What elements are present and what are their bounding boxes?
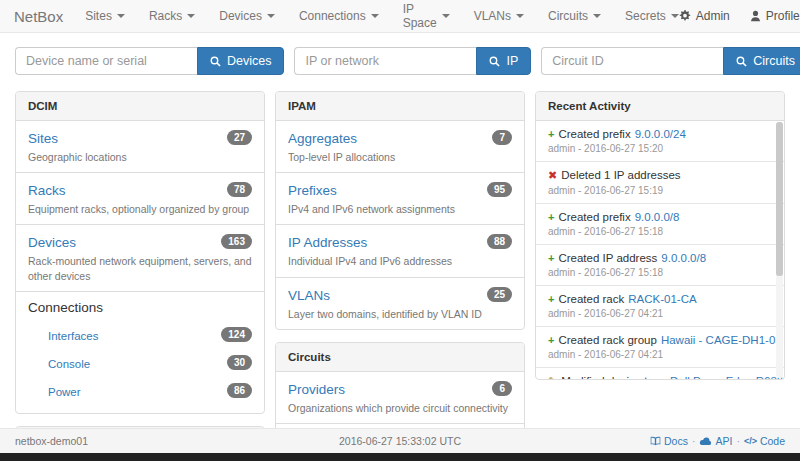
nav-item-secrets[interactable]: Secrets — [625, 9, 679, 23]
ip-search-group: IP — [294, 47, 531, 75]
item-description: Top-level IP allocations — [288, 150, 512, 164]
link-vlans[interactable]: VLANs — [288, 288, 330, 303]
link-devices[interactable]: Devices — [28, 235, 76, 250]
plus-icon: + — [548, 128, 554, 140]
top-navbar: NetBox Sites Racks Devices Connections I… — [0, 0, 800, 33]
navbar-brand[interactable]: NetBox — [14, 8, 63, 25]
code-icon: </> — [744, 436, 757, 446]
footer: netbox-demo01 2016-06-27 15:33:02 UTC Do… — [0, 428, 800, 453]
chevron-down-icon — [516, 14, 524, 18]
nav-item-devices[interactable]: Devices — [219, 9, 275, 23]
profile-link[interactable]: Profile — [750, 9, 800, 23]
search-icon — [210, 56, 221, 67]
nav-item-circuits[interactable]: Circuits — [548, 9, 601, 23]
plus-icon: + — [548, 334, 554, 346]
panel-title: DCIM — [16, 92, 264, 121]
activity-object-link[interactable]: Dell PowerEdge R630 — [670, 375, 783, 379]
device-search-group: Devices — [15, 47, 284, 75]
activity-object-link[interactable]: RACK-01-CA — [628, 293, 696, 305]
column-activity: Recent Activity +Created prefix9.0.0.0/2… — [535, 91, 785, 380]
utility-nav: Admin Profile Log out — [679, 2, 800, 30]
search-icon — [489, 56, 500, 67]
list-item: 88 IP Addresses Individual IPv4 and IPv6… — [276, 225, 524, 277]
activity-meta: admin - 2016-06-27 15:20 — [548, 143, 766, 154]
link-providers[interactable]: Providers — [288, 382, 345, 397]
link-aggregates[interactable]: Aggregates — [288, 131, 357, 146]
chevron-down-icon — [371, 14, 379, 18]
book-icon — [650, 436, 661, 446]
list-item: 95 Prefixes IPv4 and IPv6 network assign… — [276, 173, 524, 225]
link-racks[interactable]: Racks — [28, 183, 66, 198]
scrollbar-thumb[interactable] — [776, 122, 783, 276]
chevron-down-icon — [187, 14, 195, 18]
activity-object-link[interactable]: 9.0.0.0/24 — [635, 128, 686, 140]
link-power-connections[interactable]: Power — [48, 386, 81, 398]
count-badge: 163 — [221, 234, 252, 249]
activity-action: Created prefix — [558, 128, 630, 140]
list-item: 78 Racks Equipment racks, optionally org… — [16, 173, 264, 225]
delete-icon: ✖ — [548, 169, 557, 182]
activity-object-link[interactable]: 9.0.0.0/8 — [661, 252, 706, 264]
link-ip-addresses[interactable]: IP Addresses — [288, 235, 367, 250]
nav-item-connections[interactable]: Connections — [299, 9, 379, 23]
bottom-dark-bar — [0, 453, 800, 461]
activity-action: Created rack group — [558, 334, 656, 346]
nav-item-ip-space[interactable]: IP Space — [403, 2, 450, 30]
connections-section: Connections 124 Interfaces 30 Console 86… — [16, 292, 264, 413]
activity-action: Created rack — [558, 293, 624, 305]
netbox-home-page: NetBox Sites Racks Devices Connections I… — [0, 0, 800, 461]
item-description: Individual IPv4 and IPv6 addresses — [288, 254, 512, 268]
docs-link[interactable]: Docs — [650, 435, 688, 447]
count-badge: 25 — [487, 287, 512, 302]
circuit-search-input[interactable] — [541, 47, 723, 75]
link-sites[interactable]: Sites — [28, 131, 58, 146]
device-search-input[interactable] — [15, 47, 197, 75]
link-interface-connections[interactable]: Interfaces — [48, 330, 99, 342]
count-badge: 86 — [227, 383, 252, 398]
panel-title: Circuits — [276, 343, 524, 372]
nav-item-vlans[interactable]: VLANs — [474, 9, 524, 23]
chevron-down-icon — [267, 14, 275, 18]
item-description: Organizations which provide circuit conn… — [288, 401, 512, 415]
connections-heading: Connections — [28, 300, 252, 315]
count-badge: 30 — [227, 355, 252, 370]
activity-row: +Created prefix9.0.0.0/8 admin - 2016-06… — [536, 204, 784, 245]
dashboard-columns: DCIM 27 Sites Geographic locations 78 Ra… — [0, 75, 800, 461]
activity-row: +Created prefix9.0.0.0/24 admin - 2016-0… — [536, 121, 784, 162]
count-badge: 78 — [227, 182, 252, 197]
panel-title: Recent Activity — [536, 92, 784, 121]
ip-search-input[interactable] — [294, 47, 476, 75]
list-item: 27 Sites Geographic locations — [16, 121, 264, 173]
admin-link[interactable]: Admin — [679, 9, 730, 23]
cloud-icon — [699, 437, 712, 446]
activity-row: ✖Deleted 1 IP addresses admin - 2016-06-… — [536, 162, 784, 204]
chevron-down-icon — [671, 14, 679, 18]
link-prefixes[interactable]: Prefixes — [288, 183, 337, 198]
item-description: IPv4 and IPv6 network assignments — [288, 202, 512, 216]
chevron-down-icon — [442, 14, 450, 18]
api-link[interactable]: API — [699, 435, 732, 447]
activity-object-link[interactable]: Hawaii - CAGE-DH1-01 — [661, 334, 782, 346]
activity-object-link[interactable]: 9.0.0.0/8 — [635, 211, 680, 223]
chevron-down-icon — [117, 14, 125, 18]
activity-meta: admin - 2016-06-27 15:18 — [548, 226, 766, 237]
user-icon — [750, 10, 761, 22]
code-link[interactable]: </> Code — [744, 435, 785, 447]
plus-icon: + — [548, 293, 554, 305]
activity-row: ✎Modified device typeDell PowerEdge R630… — [536, 368, 784, 379]
scrollbar-track[interactable] — [776, 122, 783, 378]
circuit-search-button[interactable]: Circuits — [723, 47, 800, 75]
separator: · — [736, 435, 740, 447]
count-badge: 6 — [492, 381, 512, 396]
device-search-button[interactable]: Devices — [197, 47, 284, 75]
item-description: Geographic locations — [28, 150, 252, 164]
link-console-connections[interactable]: Console — [48, 358, 90, 370]
nav-item-racks[interactable]: Racks — [149, 9, 195, 23]
list-item: 124 Interfaces — [28, 321, 252, 349]
activity-meta: admin - 2016-06-27 15:18 — [548, 267, 766, 278]
activity-action: Modified device type — [561, 375, 666, 379]
column-dcim: DCIM 27 Sites Geographic locations 78 Ra… — [15, 91, 265, 461]
item-description: Rack-mounted network equipment, servers,… — [28, 254, 252, 282]
nav-item-sites[interactable]: Sites — [85, 9, 125, 23]
ip-search-button[interactable]: IP — [476, 47, 531, 75]
